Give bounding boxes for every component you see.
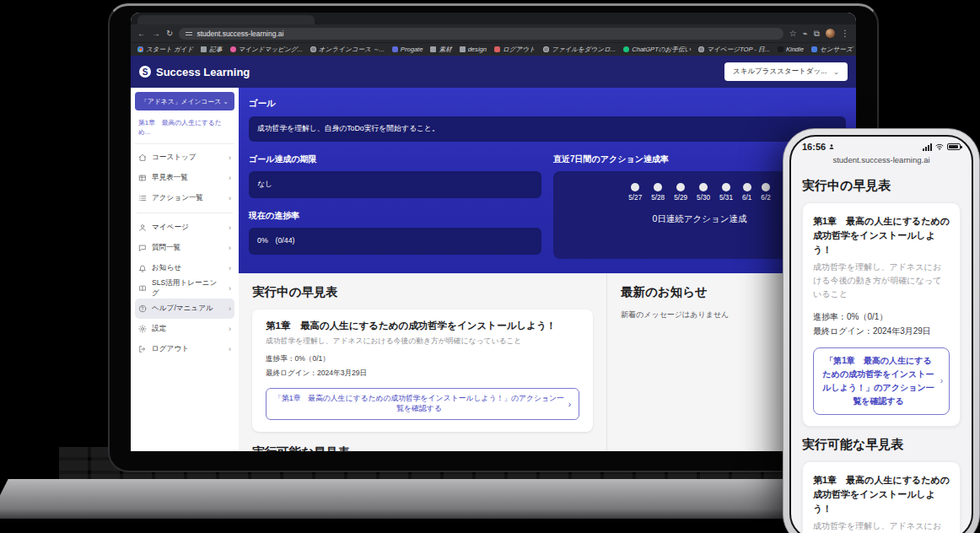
chevron-right-icon: ›	[229, 153, 231, 162]
available-sheets-heading: 実行可能な早見表	[252, 444, 593, 451]
bookmark-label: design	[468, 46, 487, 53]
day-label: 6/1	[742, 194, 751, 202]
bookmark-label: ログアウト	[503, 46, 536, 54]
sidebar-item-help-manual[interactable]: ヘルプ/マニュアル›	[135, 299, 234, 319]
chapter-card: 第1章 最高の人生にするための成功哲学をインストールしよう！ 成功哲学を理解し、…	[252, 310, 593, 432]
bookmark-star-icon[interactable]: ☆	[789, 30, 797, 38]
favicon-badge	[811, 46, 817, 52]
site-info-icon[interactable]	[186, 30, 192, 37]
day-dot	[654, 183, 662, 191]
sidebar-item-label: ヘルプ/マニュアル	[152, 304, 213, 314]
profile-avatar[interactable]	[826, 29, 835, 38]
address-bar[interactable]: student.success-learning.ai	[179, 28, 783, 40]
bookmark-item[interactable]: Kindle	[778, 46, 804, 53]
sidebar-chapter-link[interactable]: 第1章 最高の人生にするため...	[135, 110, 234, 144]
workspace-selector-label: スキルプラススタートダッ...	[733, 67, 827, 77]
deadline-heading: ゴール達成の期限	[249, 153, 541, 165]
bookmark-item[interactable]: ファイルをダウンロ...	[543, 46, 616, 54]
bookmark-item[interactable]: 素材	[430, 46, 451, 54]
app-viewport: S Success Learning スキルプラススタートダッ... ⌄ 「アド…	[131, 56, 856, 451]
sidebar-item-logout[interactable]: ログアウト›	[135, 339, 234, 359]
phone-chapter-card-2: 第1章 最高の人生にするための成功哲学をインストールしよう！ 成功哲学を理解し、…	[802, 461, 961, 533]
bookmarks-bar: スタート ガイド 記事 マインドマッピング... オンラインコース ～... P…	[131, 42, 856, 56]
bookmark-item[interactable]: ログアウト	[494, 46, 536, 54]
view-action-list-button[interactable]: 「第1章 最高の人生にするための成功哲学をインストールしよう！」のアクション一覧…	[266, 388, 579, 420]
goal-hero-section: ゴール 成功哲学を理解し、自身のToDo実行を開始すること。 ゴール達成の期限 …	[239, 88, 856, 273]
person-icon	[828, 143, 835, 150]
url-text: student.success-learning.ai	[197, 30, 283, 38]
favicon-folder	[201, 46, 207, 52]
favicon-globe	[698, 46, 704, 52]
brand-logo-icon: S	[139, 66, 151, 78]
phone-url[interactable]: student.success-learning.ai	[802, 155, 961, 164]
sidebar-item-label: SLS活用トレーニング	[152, 278, 223, 299]
workspace-selector[interactable]: スキルプラススタートダッ... ⌄	[724, 62, 848, 81]
phone-available-heading: 実行可能な早見表	[802, 437, 961, 453]
progress-heading: 現在の進捗率	[249, 210, 541, 222]
running-sheets-heading: 実行中の早見表	[252, 284, 593, 300]
chevron-right-icon: ›	[229, 304, 231, 313]
day-label: 5/30	[697, 194, 710, 202]
bookmark-item[interactable]: スタート ガイド	[137, 46, 193, 54]
phone-card-progress: 進捗率：0%（0/1）	[813, 310, 950, 324]
bookmark-item[interactable]: 記事	[201, 46, 222, 54]
phone-running-heading: 実行中の早見表	[802, 178, 961, 194]
help-icon	[138, 304, 147, 313]
browser-toolbar: ← → ↻ student.success-learning.ai ☆ ⌁ ⧉ …	[131, 24, 856, 42]
downloads-icon[interactable]: ⧉	[814, 30, 820, 38]
bookmark-item[interactable]: マイページTOP - 日...	[698, 46, 770, 54]
sidebar-item-action-list[interactable]: アクション一覧›	[135, 188, 234, 208]
logout-icon	[138, 345, 147, 353]
chevron-down-icon: ⌄	[833, 68, 839, 76]
gear-icon	[138, 325, 147, 333]
chapter-card-last-login: 最終ログイン：2024年3月29日	[266, 369, 579, 379]
phone-screen: 16:56 student.success-learning.ai 実行中の早見…	[789, 135, 973, 533]
phone-card-title: 第1章 最高の人生にするための成功哲学をインストールしよう！	[813, 214, 950, 257]
sidebar-item-mypage[interactable]: マイページ›	[135, 218, 234, 238]
sidebar-divider	[137, 213, 233, 213]
sidebar-item-sheet-list[interactable]: 早見表一覧›	[135, 168, 234, 188]
chevron-right-icon: ›	[229, 325, 231, 333]
bookmark-item[interactable]: センサーズ	[811, 46, 853, 54]
phone-content: 実行中の早見表 第1章 最高の人生にするための成功哲学をインストールしよう！ 成…	[802, 164, 961, 533]
sidebar-item-course-top[interactable]: コーストップ›	[135, 148, 234, 168]
day-dot	[699, 183, 708, 191]
scene: ← → ↻ student.success-learning.ai ☆ ⌁ ⧉ …	[0, 0, 980, 533]
day-item: 5/29	[674, 183, 687, 202]
running-sheets-section: 実行中の早見表 第1章 最高の人生にするための成功哲学をインストールしよう！ 成…	[239, 273, 606, 451]
sidebar-item-label: マイページ	[152, 223, 189, 233]
bookmark-label: オンラインコース ～...	[319, 46, 385, 54]
bookmark-item[interactable]: Progate	[392, 46, 423, 53]
chevron-right-icon: ›	[940, 374, 943, 388]
sidebar-item-sls-training[interactable]: SLS活用トレーニング›	[135, 278, 234, 299]
day-dot	[722, 183, 730, 191]
back-icon[interactable]: ←	[137, 30, 146, 38]
phone-view-action-list-button[interactable]: 「第1章 最高の人生にするための成功哲学をインストールしよう！」のアクション一覧…	[813, 347, 950, 415]
extension-icon[interactable]: ⌁	[803, 30, 808, 38]
brand[interactable]: S Success Learning	[139, 66, 250, 78]
bookmark-label: 素材	[439, 46, 451, 54]
sidebar-item-settings[interactable]: 設定›	[135, 319, 234, 339]
reload-icon[interactable]: ↻	[166, 30, 173, 38]
course-selector-label: 「アドネス」メインコース	[141, 97, 221, 106]
bookmark-item[interactable]: design	[460, 46, 487, 53]
chevron-right-icon: ›	[229, 223, 231, 232]
favicon-dot	[230, 46, 236, 52]
bookmark-item[interactable]: オンラインコース ～...	[310, 46, 385, 54]
chapter-card-description: 成功哲学を理解し、アドネスにおける今後の動き方が明確になっていること	[266, 336, 579, 347]
phone-card-description: 成功哲学を理解し、アドネスにおける今後の動き方が明確になっていること	[813, 261, 950, 301]
bookmark-item[interactable]: ChatGPTのお手伝い	[623, 46, 691, 54]
chevron-down-icon: ⌄	[223, 98, 229, 105]
course-selector[interactable]: 「アドネス」メインコース ⌄	[135, 92, 234, 110]
forward-icon[interactable]: →	[152, 30, 160, 38]
bookmark-item[interactable]: マインドマッピング...	[230, 46, 303, 54]
user-icon	[138, 223, 147, 232]
browser-active-tab[interactable]	[137, 15, 315, 24]
day-item: 5/27	[628, 183, 642, 202]
book-icon	[138, 284, 147, 293]
sidebar-item-notices[interactable]: お知らせ›	[135, 258, 234, 278]
phone-view-action-list-label: 「第1章 最高の人生にするための成功哲学をインストールしよう！」のアクション一覧…	[822, 356, 934, 406]
kebab-menu-icon[interactable]: ⋮	[841, 30, 849, 38]
day-label: 5/27	[628, 194, 642, 202]
sidebar-item-questions[interactable]: 質問一覧›	[135, 238, 234, 258]
